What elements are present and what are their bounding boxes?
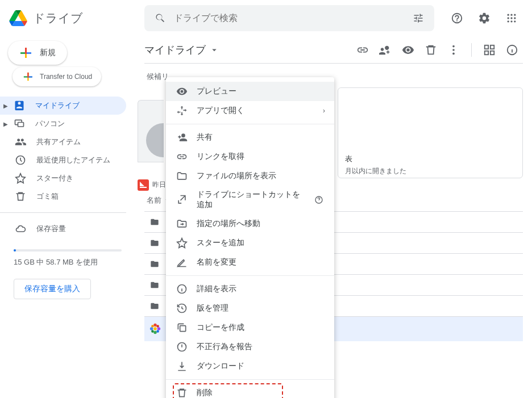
info-icon [176,283,188,295]
svg-point-26 [156,325,159,328]
svg-rect-15 [485,45,488,48]
svg-point-24 [157,327,161,330]
nav-label: パソコン [35,119,65,129]
transfer-button[interactable]: Transfer to Cloud [13,67,101,86]
drive-icon [14,100,25,111]
cloud-icon [15,223,26,234]
svg-point-2 [514,14,516,15]
svg-point-3 [508,17,509,19]
buy-storage-button[interactable]: 保存容量を購入 [14,279,91,299]
menu-manage-versions[interactable]: 版を管理 [166,299,334,318]
new-button[interactable]: 新規 [8,41,67,65]
menu-details[interactable]: 詳細を表示 [166,279,334,299]
header-icons [434,7,523,30]
menu-preview[interactable]: プレビュー [166,82,334,101]
folder-icon [149,217,160,227]
menu-download[interactable]: ダウンロード [166,357,334,376]
plus-icon [19,47,32,59]
people-icon [15,136,26,148]
nav-trash[interactable]: ゴミ箱 [0,187,126,206]
folder-icon [149,259,160,269]
svg-point-23 [150,327,153,330]
toolbar: マイドライブ [144,36,523,64]
menu-add-shortcut[interactable]: ドライブにショートカットを追加 [166,186,334,214]
menu-rename[interactable]: 名前を変更 [166,253,334,272]
svg-point-4 [510,17,512,19]
preview-icon[interactable] [397,39,419,61]
transfer-label: Transfer to Cloud [40,73,92,81]
nav-my-drive[interactable]: ▶ マイドライブ [0,97,126,115]
breadcrumb[interactable]: マイドライブ [144,43,219,57]
help-icon[interactable] [446,7,468,30]
menu-open-with[interactable]: アプリで開く › [166,101,334,120]
new-button-label: 新規 [40,48,56,58]
svg-point-6 [508,20,509,22]
storage-section: 15 GB 中 58.7 MB を使用 [0,238,135,273]
svg-rect-31 [180,326,186,332]
link-icon [176,151,188,162]
report-icon [176,341,188,353]
computer-icon [14,118,25,129]
menu-move-to[interactable]: 指定の場所へ移動 [166,214,334,233]
svg-point-20 [153,327,157,330]
expand-icon[interactable]: ▶ [3,103,8,109]
info-icon[interactable] [501,39,523,61]
svg-point-14 [452,52,455,55]
menu-label: 版を管理 [197,303,228,313]
nav-shared[interactable]: 共有アイテム [0,133,126,151]
nav-recent[interactable]: 最近使用したアイテム [0,151,126,169]
apps-icon[interactable] [500,7,523,30]
folder-icon [176,170,188,182]
nav-label: ゴミ箱 [36,191,59,202]
logo[interactable]: ドライブ [9,10,144,26]
svg-point-0 [508,14,509,15]
menu-get-link[interactable]: リンクを取得 [166,147,334,166]
nav-starred[interactable]: スター付き [0,169,126,187]
header: ドライブ [0,0,532,36]
move-icon [176,218,188,229]
get-link-icon[interactable] [352,39,373,61]
svg-point-12 [452,45,455,47]
menu-label: 不正行為を報告 [197,342,252,352]
menu-label: コピーを作成 [197,322,244,333]
nav-label: 共有アイテム [36,137,81,147]
nav: ▶ マイドライブ ▶ パソコン 共有アイテム 最近使用したアイテム スター付き [0,97,135,238]
search-options-icon[interactable] [413,12,424,24]
suggestion-card[interactable]: 表 月以内に開きました [338,87,523,178]
menu-make-copy[interactable]: コピーを作成 [166,318,334,337]
settings-icon[interactable] [473,7,496,30]
help-icon [314,194,324,206]
person-add-icon [176,132,188,143]
nav-label: 保存容量 [36,224,66,234]
menu-add-star[interactable]: スターを追加 [166,233,334,253]
eye-icon [176,86,188,97]
menu-label: 指定の場所へ移動 [197,219,260,229]
svg-point-25 [151,325,154,328]
expand-icon[interactable]: ▶ [3,121,8,127]
menu-label: ファイルの場所を表示 [197,171,276,181]
menu-show-location[interactable]: ファイルの場所を表示 [166,166,334,186]
menu-label: 削除 [197,388,213,398]
svg-point-1 [510,14,512,15]
more-icon[interactable] [443,39,464,61]
delete-icon[interactable] [420,39,442,61]
search-icon [155,12,166,24]
svg-point-21 [153,324,157,327]
dropdown-icon [209,45,219,55]
nav-storage[interactable]: 保存容量 [0,220,126,238]
menu-share[interactable]: 共有 [166,128,334,147]
search-input[interactable] [174,13,405,23]
search-bar[interactable] [144,5,434,31]
nav-computers[interactable]: ▶ パソコン [0,115,126,133]
menu-label: スターを追加 [197,238,244,248]
svg-point-22 [153,331,157,334]
view-grid-icon[interactable] [479,39,500,61]
edit-icon [176,257,188,268]
svg-rect-10 [18,123,24,127]
svg-rect-18 [491,51,494,54]
folder-icon [149,238,160,248]
menu-report[interactable]: 不正行為を報告 [166,337,334,357]
menu-remove[interactable]: 削除 [166,383,334,398]
folder-icon [149,280,160,290]
share-icon[interactable] [375,39,396,61]
